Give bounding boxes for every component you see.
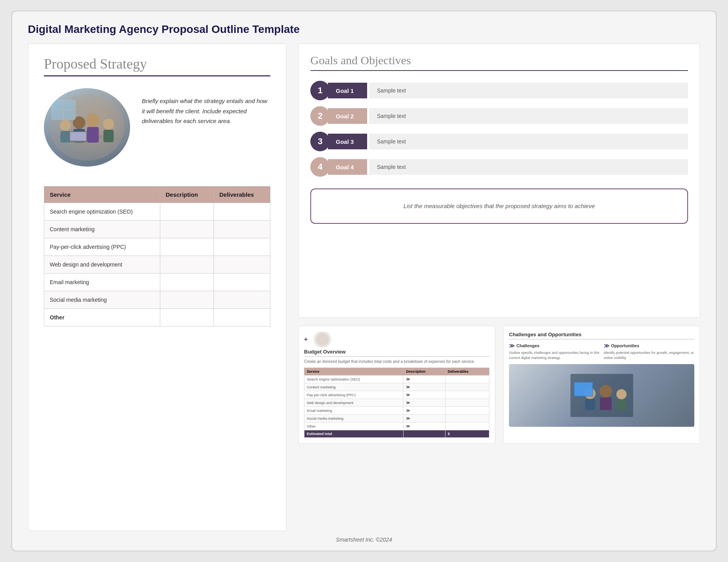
- thumb-del: [445, 415, 489, 422]
- challenges-text: Outline specific challenges and opportun…: [509, 350, 600, 360]
- svg-rect-11: [70, 132, 86, 141]
- goals-divider: [310, 70, 688, 71]
- thumb-service: Social media marketing: [304, 415, 404, 422]
- challenges-arrow-icon: ≫: [509, 343, 515, 349]
- service-cell: Search engine optimization (SEO): [44, 203, 160, 221]
- thumb-service: Web design and development: [304, 399, 404, 407]
- budget-subtitle: Create an itemized budget that includes …: [304, 359, 489, 364]
- thumb-del-header: Deliverables: [445, 368, 489, 375]
- opportunities-text: Identify potential opportunities for gro…: [604, 350, 695, 360]
- thumb-desc: ≫: [404, 422, 445, 430]
- budget-overview-thumbnail: + Budget Overview Create an itemized bud…: [298, 326, 495, 444]
- ps-image: [44, 88, 130, 167]
- arrow-icon: ≫: [406, 408, 410, 413]
- table-row: Other: [44, 309, 270, 326]
- thumb-del: [445, 399, 489, 407]
- goal-item-3: 3 Goal 3 Sample text: [310, 132, 688, 151]
- svg-rect-9: [103, 130, 114, 142]
- arrow-icon: ≫: [406, 393, 410, 397]
- svg-point-6: [86, 114, 100, 127]
- goal-label-3: Goal 3: [328, 134, 367, 149]
- thumb-total-empty: [404, 430, 445, 438]
- description-cell: [160, 203, 214, 221]
- thumb-service: Other: [304, 422, 404, 430]
- table-row: Email marketing: [44, 274, 270, 291]
- thumb-row: Email marketing ≫: [304, 407, 489, 415]
- challenges-col-title: ≫ Challenges: [509, 343, 600, 349]
- objectives-text: List the measurable objectives that the …: [327, 201, 672, 211]
- budget-title: Budget Overview: [304, 349, 489, 357]
- goal-item-4: 4 Goal 4 Sample text: [310, 157, 688, 177]
- thumb-row: Web design and development ≫: [304, 399, 489, 407]
- table-row: Content marketing: [44, 221, 270, 238]
- goals-objectives-section: Goals and Objectives 1 Goal 1 Sample tex…: [298, 44, 700, 318]
- goal-item-1: 1 Goal 1 Sample text: [310, 81, 688, 100]
- thumb-desc-header: Description: [404, 368, 445, 375]
- goal-label-4: Goal 4: [328, 159, 367, 175]
- arrow-icon: ≫: [406, 385, 410, 389]
- table-row: Pay-per-click advertising (PPC): [44, 238, 270, 256]
- opportunities-arrow-icon: ≫: [604, 343, 610, 349]
- main-content: Proposed Strategy: [28, 44, 700, 531]
- thumb-del: [445, 375, 489, 383]
- thumb-total-value: $: [445, 430, 489, 438]
- table-row: Web design and development: [44, 256, 270, 274]
- thumb-desc: ≫: [404, 415, 445, 422]
- challenges-col: ≫ Challenges Outline specific challenges…: [509, 343, 600, 360]
- thumb-service: Email marketing: [304, 407, 404, 415]
- description-cell: [160, 221, 214, 238]
- thumb-desc: ≫: [404, 399, 445, 407]
- svg-rect-23: [574, 383, 592, 396]
- arrow-icon: ≫: [406, 424, 410, 428]
- svg-rect-19: [600, 397, 612, 410]
- deliverables-cell: [214, 238, 270, 256]
- left-panel: Proposed Strategy: [28, 44, 286, 531]
- description-cell: [160, 238, 214, 256]
- thumb-del: [445, 383, 489, 391]
- goal-number-4: 4: [310, 157, 330, 177]
- thumb-del: [445, 422, 489, 430]
- svg-rect-21: [617, 399, 626, 410]
- thumb-desc: ≫: [404, 407, 445, 415]
- service-cell-other: Other: [44, 309, 160, 326]
- goal-number-1: 1: [310, 81, 330, 100]
- goal-sample-4: Sample text: [369, 159, 688, 175]
- thumb-desc: ≫: [404, 375, 445, 383]
- arrow-icon: ≫: [406, 377, 410, 381]
- page-title: Digital Marketing Agency Proposal Outlin…: [28, 23, 700, 36]
- opportunities-col: ≫ Opportunities Identify potential oppor…: [604, 343, 695, 360]
- thumb-del: [445, 391, 489, 399]
- budget-chart-placeholder: [311, 332, 334, 347]
- thumbnails-row: + Budget Overview Create an itemized bud…: [298, 326, 700, 444]
- table-row: Social media marketing: [44, 291, 270, 309]
- service-cell: Web design and development: [44, 256, 160, 274]
- svg-rect-7: [87, 127, 99, 143]
- goals-title: Goals and Objectives: [310, 54, 688, 67]
- deliverables-cell: [214, 256, 270, 274]
- thumb-row: Search engine optimization (SEO) ≫: [304, 375, 489, 383]
- description-cell: [160, 309, 214, 326]
- arrow-icon: ≫: [406, 401, 410, 405]
- budget-table: Service Description Deliverables Search …: [304, 368, 489, 438]
- service-col-header: Service: [44, 187, 160, 203]
- service-cell: Content marketing: [44, 221, 160, 238]
- goal-sample-2: Sample text: [369, 108, 688, 124]
- deliverables-cell: [214, 309, 270, 326]
- description-cell: [160, 291, 214, 309]
- svg-point-20: [616, 389, 627, 399]
- svg-rect-17: [585, 399, 595, 410]
- thumb-del: [445, 407, 489, 415]
- svg-point-18: [599, 385, 612, 397]
- challenges-opportunities-row: ≫ Challenges Outline specific challenges…: [509, 343, 694, 360]
- challenges-title: Challenges and Opportunities: [509, 332, 694, 339]
- meeting-illustration: [48, 92, 126, 163]
- challenges-image-placeholder: [509, 364, 694, 427]
- description-cell: [160, 256, 214, 274]
- challenges-thumbnail: Challenges and Opportunities ≫ Challenge…: [503, 326, 700, 444]
- ps-description: Briefly explain what the strategy entail…: [142, 88, 270, 126]
- svg-point-8: [103, 119, 114, 130]
- deliverables-cell: [214, 274, 270, 291]
- service-cell: Social media marketing: [44, 291, 160, 309]
- goals-list: 1 Goal 1 Sample text 2 Goal 2 Sample tex…: [310, 81, 688, 177]
- services-table: Service Description Deliverables Search …: [44, 186, 270, 326]
